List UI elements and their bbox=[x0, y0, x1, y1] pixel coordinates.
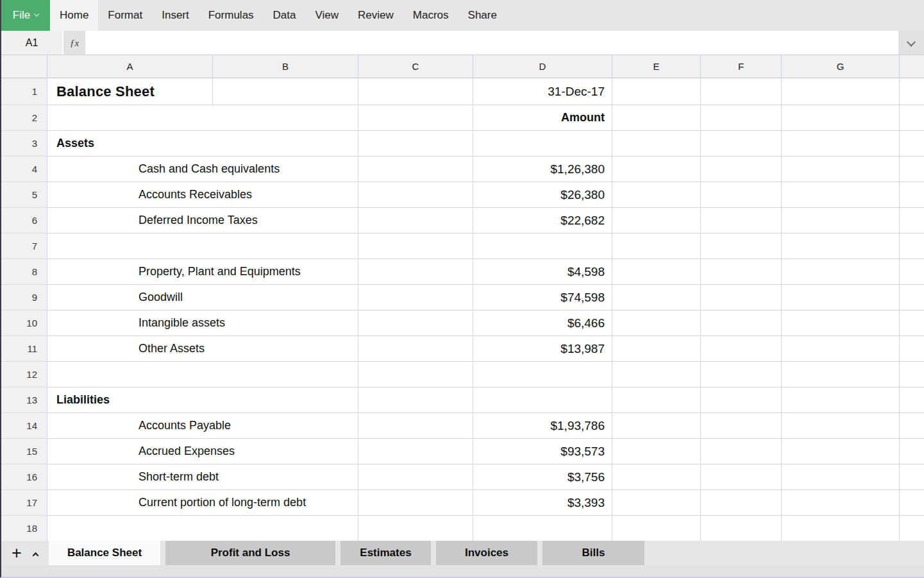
row-header[interactable]: 8 bbox=[1, 259, 47, 285]
column-header-d[interactable]: D bbox=[473, 55, 612, 78]
cell-d5[interactable]: $26,380 bbox=[473, 182, 612, 208]
cell-e14[interactable] bbox=[612, 413, 701, 439]
cell-d8[interactable]: $4,598 bbox=[473, 259, 612, 285]
row-header[interactable]: 12 bbox=[1, 362, 47, 387]
cell-g12[interactable] bbox=[782, 362, 900, 387]
cell-g17[interactable] bbox=[782, 490, 900, 516]
column-header-g[interactable]: G bbox=[782, 55, 900, 78]
menu-item-data[interactable]: Data bbox=[264, 0, 306, 31]
cell-c9[interactable] bbox=[358, 285, 473, 310]
cell-c2[interactable] bbox=[358, 105, 473, 131]
cell-f9[interactable] bbox=[701, 285, 782, 310]
cell-c8[interactable] bbox=[358, 259, 473, 285]
row-header[interactable]: 17 bbox=[1, 490, 47, 516]
menu-item-format[interactable]: Format bbox=[98, 0, 152, 31]
cell-d7[interactable] bbox=[473, 234, 612, 259]
cell-d10[interactable]: $6,466 bbox=[473, 310, 612, 336]
cell-e1[interactable] bbox=[612, 78, 701, 105]
cell-h10[interactable] bbox=[900, 310, 924, 336]
cell-a14[interactable]: Accounts Payable bbox=[47, 413, 358, 439]
select-all-corner[interactable] bbox=[1, 55, 47, 78]
column-header-f[interactable]: F bbox=[701, 55, 782, 78]
cell-h4[interactable] bbox=[900, 157, 924, 182]
name-box[interactable]: A1 bbox=[1, 31, 63, 55]
row-header[interactable]: 11 bbox=[1, 336, 47, 362]
cell-e4[interactable] bbox=[612, 157, 701, 182]
cell-f10[interactable] bbox=[701, 310, 782, 336]
cell-h13[interactable] bbox=[900, 387, 924, 413]
cell-e18[interactable] bbox=[612, 516, 701, 541]
cell-d12[interactable] bbox=[473, 362, 612, 387]
menu-item-review[interactable]: Review bbox=[348, 0, 403, 31]
formula-input[interactable] bbox=[87, 31, 898, 55]
cell-d1[interactable]: 31-Dec-17 bbox=[473, 78, 612, 105]
row-header[interactable]: 6 bbox=[1, 208, 47, 234]
cell-a13[interactable]: Liabilities bbox=[47, 387, 358, 413]
menu-item-view[interactable]: View bbox=[306, 0, 349, 31]
cell-h16[interactable] bbox=[900, 464, 924, 490]
cell-d15[interactable]: $93,573 bbox=[473, 439, 612, 464]
column-header-partial[interactable] bbox=[900, 55, 924, 78]
cell-f11[interactable] bbox=[701, 336, 782, 362]
cell-d18[interactable] bbox=[473, 516, 612, 541]
cell-a6[interactable]: Deferred Income Taxes bbox=[47, 208, 358, 234]
cell-a17[interactable]: Current portion of long-term debt bbox=[47, 490, 358, 516]
cell-h7[interactable] bbox=[900, 234, 924, 259]
cell-c5[interactable] bbox=[358, 182, 473, 208]
cell-c3[interactable] bbox=[358, 131, 473, 157]
row-header[interactable]: 13 bbox=[1, 387, 47, 413]
cell-h14[interactable] bbox=[900, 413, 924, 439]
cell-f4[interactable] bbox=[701, 157, 782, 182]
cell-g9[interactable] bbox=[782, 285, 900, 310]
sheet-list-button[interactable] bbox=[28, 550, 42, 557]
cell-a16[interactable]: Short-term debt bbox=[47, 464, 358, 490]
menu-item-share[interactable]: Share bbox=[458, 0, 507, 31]
cell-d9[interactable]: $74,598 bbox=[473, 285, 612, 310]
cell-a10[interactable]: Intangible assets bbox=[47, 310, 358, 336]
cell-e12[interactable] bbox=[612, 362, 701, 387]
cell-e6[interactable] bbox=[612, 208, 701, 234]
cell-d6[interactable]: $22,682 bbox=[473, 208, 612, 234]
cell-a2[interactable] bbox=[47, 105, 358, 131]
cell-e17[interactable] bbox=[612, 490, 701, 516]
file-menu-button[interactable]: File bbox=[1, 0, 50, 31]
menu-item-insert[interactable]: Insert bbox=[152, 0, 199, 31]
row-header[interactable]: 9 bbox=[1, 285, 47, 310]
cell-g16[interactable] bbox=[782, 464, 900, 490]
add-sheet-button[interactable] bbox=[9, 545, 24, 562]
cell-f12[interactable] bbox=[701, 362, 782, 387]
cell-e8[interactable] bbox=[612, 259, 701, 285]
row-header[interactable]: 3 bbox=[1, 131, 47, 157]
cell-e10[interactable] bbox=[612, 310, 701, 336]
row-header[interactable]: 14 bbox=[1, 413, 47, 439]
formula-bar-expand-button[interactable] bbox=[898, 31, 924, 55]
cell-e7[interactable] bbox=[612, 234, 701, 259]
cell-a9[interactable]: Goodwill bbox=[47, 285, 358, 310]
cell-g11[interactable] bbox=[782, 336, 900, 362]
cell-g18[interactable] bbox=[782, 516, 900, 541]
row-header[interactable]: 7 bbox=[1, 234, 47, 259]
cell-g4[interactable] bbox=[782, 157, 900, 182]
cell-a11[interactable]: Other Assets bbox=[47, 336, 358, 362]
row-header[interactable]: 10 bbox=[1, 310, 47, 336]
cell-f16[interactable] bbox=[701, 464, 782, 490]
cell-h9[interactable] bbox=[900, 285, 924, 310]
cell-a4[interactable]: Cash and Cash equivalents bbox=[47, 157, 358, 182]
menu-item-home[interactable]: Home bbox=[50, 0, 98, 31]
cell-d17[interactable]: $3,393 bbox=[473, 490, 612, 516]
cell-g10[interactable] bbox=[782, 310, 900, 336]
cell-h15[interactable] bbox=[900, 439, 924, 464]
cell-g6[interactable] bbox=[782, 208, 900, 234]
cell-e2[interactable] bbox=[612, 105, 701, 131]
sheet-tab-balance-sheet[interactable]: Balance Sheet bbox=[49, 541, 160, 565]
cell-f15[interactable] bbox=[701, 439, 782, 464]
row-header[interactable]: 1 bbox=[1, 78, 47, 105]
row-header[interactable]: 18 bbox=[1, 516, 47, 541]
sheet-tab-estimates[interactable]: Estimates bbox=[340, 541, 431, 565]
sheet-tab-profit-and-loss[interactable]: Profit and Loss bbox=[165, 541, 335, 565]
cell-g15[interactable] bbox=[782, 439, 900, 464]
fx-button[interactable] bbox=[63, 31, 87, 55]
cell-d4[interactable]: $1,26,380 bbox=[473, 157, 612, 182]
cell-f3[interactable] bbox=[701, 131, 782, 157]
cell-f17[interactable] bbox=[701, 490, 782, 516]
